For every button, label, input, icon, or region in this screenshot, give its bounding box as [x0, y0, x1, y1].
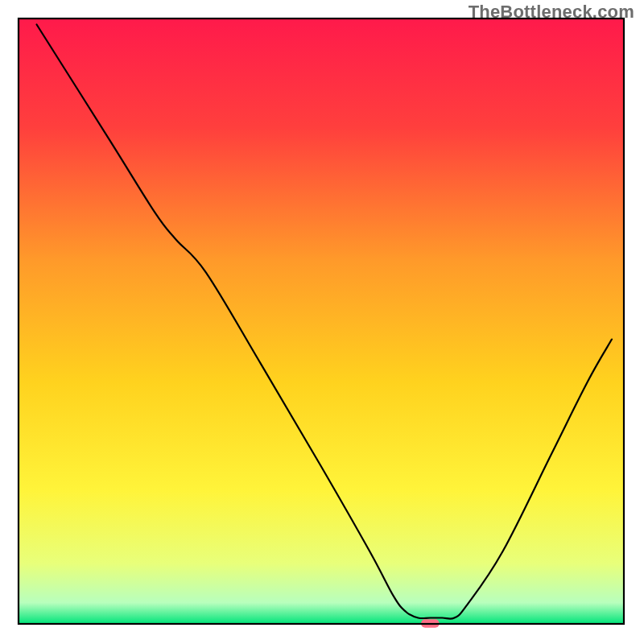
- gradient-background: [19, 19, 624, 624]
- bottleneck-chart: [0, 0, 644, 644]
- chart-stage: TheBottleneck.com: [0, 0, 644, 644]
